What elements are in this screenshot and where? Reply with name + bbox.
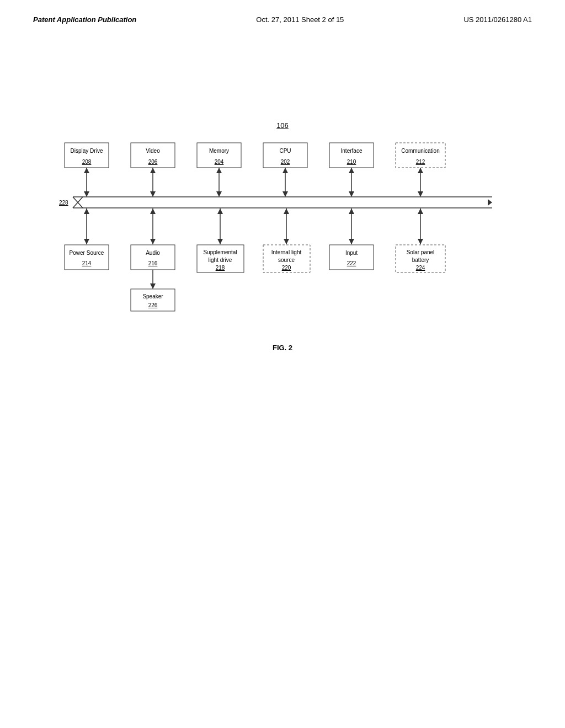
svg-text:Supplemental: Supplemental bbox=[203, 249, 237, 255]
page: Patent Application Publication Oct. 27, … bbox=[0, 0, 565, 728]
diagram-container: 106 Display Drive 208 Video 206 Memory 2… bbox=[56, 121, 509, 352]
header-center: Oct. 27, 2011 Sheet 2 of 15 bbox=[256, 15, 344, 24]
svg-marker-29 bbox=[150, 191, 156, 197]
svg-text:Memory: Memory bbox=[209, 148, 229, 154]
svg-text:226: 226 bbox=[148, 302, 158, 308]
svg-text:204: 204 bbox=[215, 159, 224, 165]
svg-marker-73 bbox=[284, 239, 289, 244]
header-right: US 2011/0261280 A1 bbox=[463, 15, 532, 24]
svg-marker-65 bbox=[84, 208, 89, 214]
svg-text:Video: Video bbox=[146, 148, 160, 154]
svg-marker-68 bbox=[150, 208, 156, 214]
fig-label: FIG. 2 bbox=[56, 344, 509, 352]
header-left: Patent Application Publication bbox=[33, 15, 136, 24]
svg-marker-85 bbox=[150, 283, 156, 289]
svg-text:Solar panel: Solar panel bbox=[407, 249, 435, 255]
svg-text:Communication: Communication bbox=[401, 148, 439, 154]
svg-marker-37 bbox=[349, 168, 354, 173]
svg-marker-74 bbox=[284, 208, 289, 214]
svg-text:Display Drive: Display Drive bbox=[71, 148, 103, 154]
bus-diagram-svg: Display Drive 208 Video 206 Memory 204 C… bbox=[56, 137, 509, 325]
svg-text:214: 214 bbox=[82, 260, 92, 266]
svg-marker-20 bbox=[488, 199, 492, 206]
svg-text:216: 216 bbox=[148, 260, 158, 266]
svg-marker-76 bbox=[349, 239, 354, 244]
svg-marker-28 bbox=[150, 168, 156, 173]
svg-marker-79 bbox=[418, 239, 423, 244]
svg-marker-38 bbox=[349, 191, 354, 197]
svg-text:212: 212 bbox=[416, 159, 425, 165]
svg-text:224: 224 bbox=[416, 265, 425, 271]
svg-marker-70 bbox=[217, 239, 223, 244]
svg-text:208: 208 bbox=[82, 159, 92, 165]
svg-text:Power Source: Power Source bbox=[70, 250, 104, 256]
svg-text:218: 218 bbox=[216, 265, 225, 271]
svg-text:Interface: Interface bbox=[341, 148, 363, 154]
svg-text:210: 210 bbox=[347, 159, 356, 165]
svg-text:202: 202 bbox=[281, 159, 290, 165]
svg-marker-34 bbox=[282, 168, 288, 173]
svg-marker-25 bbox=[84, 168, 89, 173]
svg-text:Input: Input bbox=[345, 250, 358, 256]
svg-text:source: source bbox=[278, 257, 295, 263]
svg-text:light drive: light drive bbox=[209, 257, 232, 263]
svg-marker-77 bbox=[349, 208, 354, 214]
svg-marker-35 bbox=[282, 191, 288, 197]
svg-marker-67 bbox=[150, 239, 156, 244]
svg-text:220: 220 bbox=[282, 265, 291, 271]
svg-text:Audio: Audio bbox=[146, 250, 160, 256]
svg-marker-26 bbox=[84, 191, 89, 197]
svg-marker-41 bbox=[418, 191, 423, 197]
svg-text:206: 206 bbox=[148, 159, 158, 165]
svg-marker-31 bbox=[216, 168, 222, 173]
svg-text:Speaker: Speaker bbox=[142, 293, 163, 299]
svg-marker-32 bbox=[216, 191, 222, 197]
svg-marker-40 bbox=[418, 168, 423, 173]
svg-marker-64 bbox=[84, 239, 89, 244]
svg-marker-71 bbox=[217, 208, 223, 214]
svg-text:222: 222 bbox=[347, 260, 356, 266]
svg-text:battery: battery bbox=[412, 257, 429, 263]
svg-text:228: 228 bbox=[59, 200, 68, 206]
header: Patent Application Publication Oct. 27, … bbox=[0, 0, 565, 24]
svg-text:CPU: CPU bbox=[279, 148, 291, 154]
svg-text:Internal light: Internal light bbox=[271, 249, 302, 255]
svg-marker-80 bbox=[418, 208, 423, 214]
ref-106: 106 bbox=[56, 121, 509, 130]
